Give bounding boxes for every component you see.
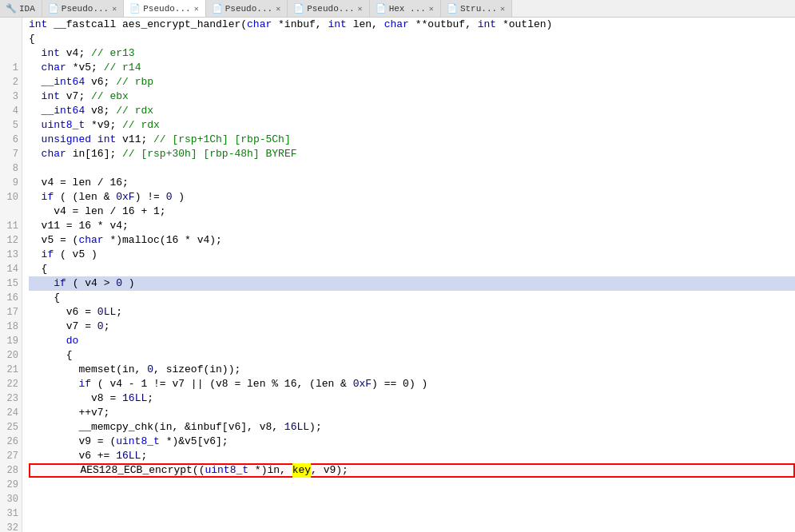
code-line-24: memset(in, 0, sizeof(in));: [29, 363, 795, 377]
code-line-13: v4 = len / 16 + 1;: [29, 204, 795, 219]
tab-pseudo2-close[interactable]: ✕: [194, 4, 199, 14]
code-area[interactable]: int __fastcall aes_encrypt_handler(char …: [22, 18, 795, 532]
code-line-15: v5 = (char *)malloc(16 * v4);: [29, 233, 795, 248]
tab-hex-close[interactable]: ✕: [429, 4, 434, 14]
tab-pseudo1-label: Pseudo...: [62, 4, 109, 14]
line-numbers: 1 2 3 4 5 6 7 8 9 10 11 12 13 14 15 16 1…: [0, 18, 22, 532]
tab-pseudo2[interactable]: 📄 Pseudo... ✕: [124, 0, 205, 18]
code-line-v5: char *v5; // r14: [29, 61, 795, 75]
tab-ida-icon: 🔧: [6, 4, 16, 14]
code-line-12: if ( (len & 0xF) != 0 ): [29, 190, 795, 204]
code-line-25: if ( v4 - 1 != v7 || (v8 = len % 16, (le…: [29, 377, 795, 391]
code-line-v7: int v7; // ebx: [29, 89, 795, 104]
code-line-blank1: [29, 161, 795, 176]
tab-bar[interactable]: 🔧 IDA 📄 Pseudo... ✕ 📄 Pseudo... ✕ 📄 Pseu…: [0, 0, 795, 18]
code-line-v8: __int64 v8; // rdx: [29, 104, 795, 118]
tab-hex-label: Hex ...: [389, 4, 426, 14]
code-container: 1 2 3 4 5 6 7 8 9 10 11 12 13 14 15 16 1…: [0, 18, 795, 532]
code-line-21: v7 = 0;: [29, 320, 795, 334]
tab-ida-label: IDA: [19, 4, 35, 14]
tab-pseudo2-icon: 📄: [130, 4, 140, 14]
code-line-in: char in[16]; // [rsp+30h] [rbp-48h] BYRE…: [29, 147, 795, 161]
tab-pseudo3[interactable]: 📄 Pseudo... ✕: [206, 0, 288, 18]
code-line-open-brace: {: [29, 32, 795, 46]
tab-hex-icon: 📄: [376, 4, 386, 14]
tab-stru[interactable]: 📄 Stru... ✕: [441, 0, 512, 18]
tab-pseudo3-close[interactable]: ✕: [276, 4, 280, 14]
code-line-29: v9 = (uint8_t *)&v5[v6];: [29, 435, 795, 449]
tab-pseudo4-close[interactable]: ✕: [358, 4, 363, 14]
code-line-26: v8 = 16LL;: [29, 391, 795, 406]
code-line-sig1: int __fastcall aes_encrypt_handler(char …: [29, 18, 795, 32]
tab-pseudo3-label: Pseudo...: [225, 4, 272, 14]
code-line-20: v6 = 0LL;: [29, 305, 795, 320]
code-line-v9: uint8_t *v9; // rdx: [29, 118, 795, 133]
code-line-27: ++v7;: [29, 406, 795, 420]
code-line-aes: AES128_ECB_encrypt((uint8_t *)in, key, v…: [29, 463, 795, 478]
code-line-18: if ( v4 > 0 ): [29, 276, 795, 291]
code-line-17: {: [29, 262, 795, 276]
code-line-11: v4 = len / 16;: [29, 176, 795, 190]
code-line-22: do: [29, 334, 795, 348]
tab-stru-icon: 📄: [447, 4, 457, 14]
code-line-28: __memcpy_chk(in, &inbuf[v6], v8, 16LL);: [29, 420, 795, 435]
code-line-14: v11 = 16 * v4;: [29, 219, 795, 233]
tab-pseudo2-label: Pseudo...: [143, 4, 190, 14]
code-line-23: {: [29, 348, 795, 363]
tab-pseudo1[interactable]: 📄 Pseudo... ✕: [42, 0, 124, 18]
code-line-v4: int v4; // er13: [29, 46, 795, 61]
tab-pseudo4-icon: 📄: [294, 4, 304, 14]
tab-pseudo4[interactable]: 📄 Pseudo... ✕: [288, 0, 369, 18]
tab-hex[interactable]: 📄 Hex ... ✕: [370, 0, 441, 18]
tab-stru-label: Stru...: [460, 4, 497, 14]
code-line-30: v6 += 16LL;: [29, 449, 795, 463]
tab-ida[interactable]: 🔧 IDA: [0, 0, 42, 18]
code-line-v6: __int64 v6; // rbp: [29, 75, 795, 89]
tab-pseudo4-label: Pseudo...: [307, 4, 354, 14]
tab-pseudo1-close[interactable]: ✕: [112, 4, 117, 14]
tab-stru-close[interactable]: ✕: [500, 4, 505, 14]
code-line-19: {: [29, 291, 795, 305]
tab-pseudo1-icon: 📄: [49, 4, 58, 14]
code-line-16: if ( v5 ): [29, 248, 795, 262]
code-line-v11: unsigned int v11; // [rsp+1Ch] [rbp-5Ch]: [29, 133, 795, 147]
tab-pseudo3-icon: 📄: [213, 4, 222, 14]
